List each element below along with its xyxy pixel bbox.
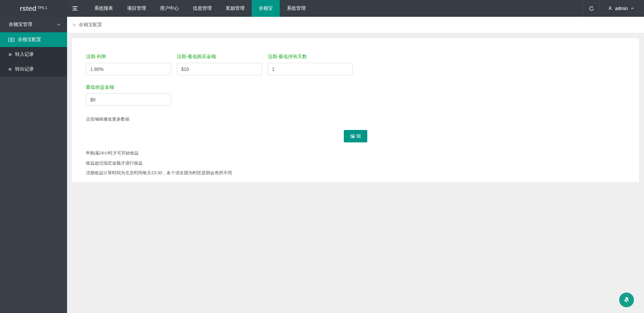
nav-item-system-report[interactable]: 系统报表 (87, 0, 120, 17)
nav-item-info[interactable]: 信息管理 (186, 0, 219, 17)
topbar: rsted TP5.1 系统报表 项目管理 用户中心 信息管理 奖励管理 余额宝… (0, 0, 644, 17)
min-income-input[interactable] (86, 93, 171, 106)
field-min-purchase: 活期-最低购买金额 (177, 54, 262, 75)
note-line: 活期收益计算时间为北京时间每天23:30，各个语言因为时区原因会有所不同 (86, 170, 625, 176)
breadcrumb-title: 余额宝配置 (79, 22, 102, 28)
sidebar-item-yuebao-config[interactable]: 余额宝配置 (0, 32, 67, 47)
edit-button[interactable]: 编 辑 (344, 130, 367, 142)
min-hold-days-input[interactable] (268, 63, 353, 75)
sidebar-item-label: 转入记录 (15, 51, 34, 57)
field-label: 活期-利率 (86, 54, 171, 60)
double-chevron-right-icon: » (72, 21, 76, 28)
bell-slash-icon (623, 296, 631, 304)
breadcrumb: » 余额宝配置 (67, 17, 644, 33)
admin-page: rsted TP5.1 系统报表 项目管理 用户中心 信息管理 奖励管理 余额宝… (0, 0, 644, 313)
sidebar-submenu: 余额宝配置 » 转入记录 « 转出记录 (0, 32, 67, 77)
field-min-income: 最低收益金额 (86, 84, 171, 106)
banknote-icon (8, 38, 14, 42)
sidebar: 余额宝管理 余额宝配置 » 转入记录 (0, 17, 67, 313)
interest-rate-input[interactable] (86, 63, 171, 75)
config-form-card: 活期-利率 活期-最低购买金额 活期-最低持有天数 最低收益金额 点 (72, 38, 639, 182)
form-row-2: 最低收益金额 (86, 84, 625, 106)
sidebar-item-label: 余额宝配置 (18, 37, 41, 43)
note-line: 申购满24小时才可开始收益 (86, 150, 625, 156)
brand-logo[interactable]: rsted TP5.1 (0, 0, 67, 17)
sidebar-item-transfer-out[interactable]: « 转出记录 (0, 62, 67, 77)
refresh-icon[interactable] (583, 0, 600, 17)
brand-name: rsted (20, 4, 36, 12)
form-row-1: 活期-利率 活期-最低购买金额 活期-最低持有天数 (86, 54, 625, 75)
nav-item-user-center[interactable]: 用户中心 (153, 0, 186, 17)
chevron-up-icon (630, 6, 635, 11)
username: admin (615, 6, 628, 11)
field-label: 活期-最低购买金额 (177, 54, 262, 60)
field-label: 最低收益金额 (86, 84, 171, 90)
nav-item-project[interactable]: 项目管理 (120, 0, 153, 17)
min-purchase-input[interactable] (177, 63, 262, 75)
sidebar-toggle-icon[interactable] (67, 0, 83, 17)
sidebar-group-label: 余额宝管理 (9, 21, 32, 28)
user-menu[interactable]: admin (600, 0, 644, 17)
field-min-hold-days: 活期-最低持有天数 (268, 54, 353, 75)
top-nav: 系统报表 项目管理 用户中心 信息管理 奖励管理 余额宝 系统管理 (87, 0, 313, 17)
person-icon (607, 6, 613, 11)
brand-version: TP5.1 (38, 6, 47, 10)
sidebar-group-yuebao-manage[interactable]: 余额宝管理 (0, 17, 67, 32)
notes: 申购满24小时才可开始收益 收益超过指定金额才进行收益 活期收益计算时间为北京时… (86, 150, 625, 176)
sidebar-item-transfer-in[interactable]: » 转入记录 (0, 47, 67, 62)
button-row: 编 辑 (86, 130, 625, 142)
main-content: » 余额宝配置 活期-利率 活期-最低购买金额 活期-最低持有天数 (67, 17, 644, 313)
nav-item-reward[interactable]: 奖励管理 (219, 0, 252, 17)
chevron-down-icon (56, 22, 61, 27)
double-chevron-right-icon: » (8, 51, 12, 57)
topbar-right: admin (583, 0, 644, 17)
nav-item-yuebao[interactable]: 余额宝 (252, 0, 280, 17)
nav-item-system-manage[interactable]: 系统管理 (280, 0, 313, 17)
bell-slash-fab-button[interactable] (619, 293, 634, 307)
sidebar-item-label: 转出记录 (15, 66, 34, 72)
edit-hint-text: 点击编辑修改更多数据 (86, 116, 625, 122)
note-line: 收益超过指定金额才进行收益 (86, 160, 625, 166)
double-chevron-left-icon: « (8, 66, 12, 72)
field-label: 活期-最低持有天数 (268, 54, 353, 60)
field-interest-rate: 活期-利率 (86, 54, 171, 75)
